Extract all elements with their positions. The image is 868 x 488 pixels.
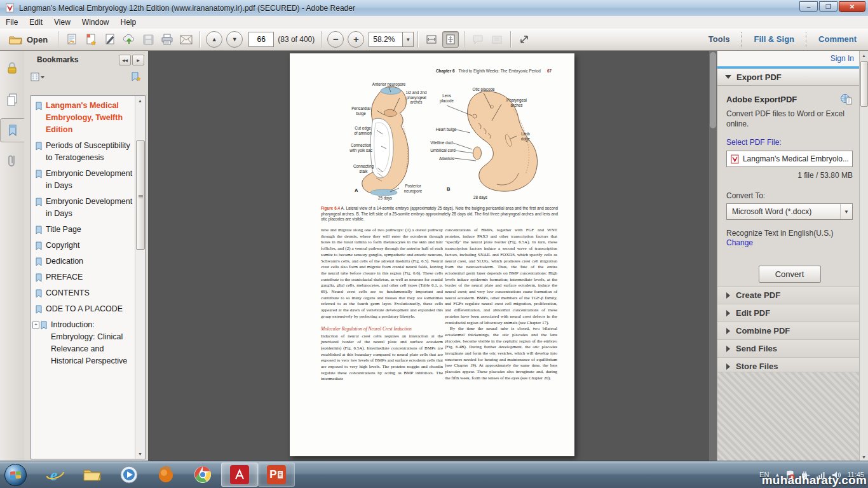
- convert-format-dropdown[interactable]: Microsoft Word (*.docx) ▼: [726, 203, 853, 220]
- share-document-button[interactable]: [64, 31, 80, 48]
- scroll-up-icon[interactable]: ▲: [135, 96, 145, 105]
- page-running-header: Chapter 6Third to Eighth Weeks: The Embr…: [436, 69, 552, 73]
- bookmark-item[interactable]: Title Page: [35, 224, 134, 236]
- new-bookmark-icon[interactable]: [130, 72, 142, 82]
- attachments-panel-icon[interactable]: [0, 149, 24, 173]
- open-button[interactable]: Open: [5, 32, 54, 47]
- bookmark-item[interactable]: Copyright: [35, 240, 134, 252]
- chevron-right-icon: [726, 310, 730, 316]
- bookmarks-list: Langman's Medical Embryology, Twelfth Ed…: [31, 95, 146, 459]
- taskbar-clonecd-app[interactable]: [147, 463, 184, 487]
- convert-button[interactable]: Convert: [759, 266, 821, 283]
- figure-label: Otic placode: [467, 87, 500, 92]
- create-pdf-button[interactable]: [83, 31, 99, 48]
- bookmark-ribbon-icon: [35, 273, 43, 282]
- bookmarks-panel-icon[interactable]: [0, 118, 24, 142]
- section-create-pdf[interactable]: Create PDF: [717, 286, 860, 304]
- print-button[interactable]: [159, 31, 175, 48]
- product-title: Adobe ExportPDF: [726, 95, 840, 104]
- selected-file-box[interactable]: Langman's Medical Embryolo...: [726, 151, 853, 167]
- zoom-out-button[interactable]: −: [327, 31, 344, 48]
- bookmark-item[interactable]: Embryonic Development in Days: [35, 168, 134, 192]
- scroll-down-icon[interactable]: ▼: [135, 449, 145, 459]
- fullscreen-button[interactable]: [516, 31, 532, 48]
- close-button[interactable]: ✕: [839, 1, 865, 12]
- zoom-dropdown-arrow[interactable]: ▼: [402, 32, 413, 46]
- menu-edit[interactable]: Edit: [24, 16, 48, 29]
- bookmark-item[interactable]: PREFACE: [35, 271, 134, 283]
- figure-label: Heart bulge: [433, 127, 459, 132]
- pdf-file-icon: [731, 154, 739, 164]
- bookmark-item[interactable]: + Introduction: Embryology: Clinical Rel…: [35, 319, 134, 367]
- fit-page-button[interactable]: [442, 31, 459, 48]
- email-button[interactable]: [178, 31, 194, 48]
- title-bar: Langman's Medical Embryology 12th Editio…: [0, 0, 868, 17]
- section-send-files[interactable]: Send Files: [717, 339, 860, 357]
- bookmark-item[interactable]: Langman's Medical Embryology, Twelfth Ed…: [35, 100, 134, 136]
- bookmark-item[interactable]: Embryonic Development in Days: [35, 196, 134, 220]
- bookmark-ribbon-icon: [35, 198, 43, 207]
- file-size-info: 1 file / 53.80 MB: [726, 171, 853, 180]
- taskbar-windows-explorer[interactable]: [74, 463, 111, 487]
- bookmark-item[interactable]: CONTENTS: [35, 287, 134, 299]
- taskbar-media-player[interactable]: [111, 463, 147, 487]
- bookmark-item[interactable]: Dedication: [35, 255, 134, 268]
- page-number-input[interactable]: [248, 32, 274, 47]
- tab-tools[interactable]: Tools: [697, 29, 742, 50]
- start-button[interactable]: [4, 464, 27, 486]
- paragraph: Induction of neural crest cells requires…: [321, 334, 443, 383]
- taskbar-adobe-reader[interactable]: [221, 463, 258, 487]
- toolbar: Open: [0, 29, 868, 51]
- section-edit-pdf[interactable]: Edit PDF: [717, 304, 860, 322]
- pdf-app-icon: [5, 3, 15, 13]
- scroll-mode-button[interactable]: [423, 31, 440, 48]
- expand-bookmark-icon[interactable]: +: [32, 322, 39, 329]
- menu-help[interactable]: Help: [115, 16, 142, 29]
- figure-label: Pharyngeal arches: [501, 98, 532, 107]
- expand-panel-button[interactable]: ▶: [132, 55, 144, 65]
- minimize-button[interactable]: –: [799, 1, 818, 12]
- sign-in-link[interactable]: Sign In: [831, 54, 854, 63]
- taskbar-chrome[interactable]: [184, 463, 221, 487]
- save-button[interactable]: [140, 31, 156, 48]
- menu-view[interactable]: View: [48, 16, 76, 29]
- document-scrollbar[interactable]: [709, 51, 717, 461]
- taskbar-powerpoint[interactable]: P: [258, 463, 295, 487]
- security-lock-icon[interactable]: [0, 56, 24, 80]
- highlight-button[interactable]: [489, 31, 505, 48]
- scroll-down-icon[interactable]: ▼: [860, 452, 868, 461]
- taskbar-internet-explorer[interactable]: e: [37, 463, 74, 487]
- tab-fill-sign[interactable]: Fill & Sign: [742, 29, 806, 50]
- menu-window[interactable]: Window: [76, 16, 115, 29]
- zoom-level-combo[interactable]: 58.2% ▼: [369, 32, 414, 47]
- fit-page-icon: [445, 34, 456, 45]
- tab-comment[interactable]: Comment: [807, 29, 868, 50]
- bookmark-ribbon-icon: [40, 321, 48, 330]
- panel-scrollbar[interactable]: ▲ ▼: [859, 51, 868, 461]
- next-page-button[interactable]: ▼: [226, 31, 243, 48]
- scroll-up-icon[interactable]: ▲: [860, 51, 868, 60]
- bookmark-options-icon[interactable]: [31, 72, 44, 81]
- bookmarks-scrollbar[interactable]: ▲ ▼: [135, 96, 145, 459]
- zoom-in-button[interactable]: +: [348, 31, 364, 48]
- sticky-note-button[interactable]: [470, 31, 486, 48]
- section-combine-pdf[interactable]: Combine PDF: [717, 322, 860, 339]
- highlight-icon: [491, 35, 503, 44]
- upload-cloud-button[interactable]: [121, 31, 137, 48]
- bookmark-ribbon-icon: [35, 170, 43, 179]
- bookmark-ribbon-icon: [35, 289, 43, 298]
- bookmark-item[interactable]: Periods of Susceptibility to Teratogenes…: [35, 140, 134, 164]
- change-link[interactable]: Change: [726, 238, 753, 247]
- pdf-page[interactable]: Chapter 6Third to Eighth Weeks: The Embr…: [290, 53, 574, 456]
- pages-panel-icon[interactable]: [0, 88, 24, 112]
- export-online-icon: [840, 93, 853, 105]
- sign-document-button[interactable]: [102, 31, 118, 48]
- previous-page-button[interactable]: ▲: [206, 31, 222, 48]
- figure-label: Connecting stalk: [349, 164, 378, 173]
- menu-file[interactable]: File: [0, 16, 24, 29]
- bookmark-item[interactable]: ODE TO A PLACODE: [35, 303, 134, 315]
- section-heading: Molecular Regulation of Neural Crest Ind…: [321, 326, 443, 332]
- collapse-panel-button[interactable]: ◀◀: [119, 55, 131, 65]
- export-pdf-header[interactable]: Export PDF: [717, 69, 868, 86]
- restore-button[interactable]: ❐: [819, 1, 837, 12]
